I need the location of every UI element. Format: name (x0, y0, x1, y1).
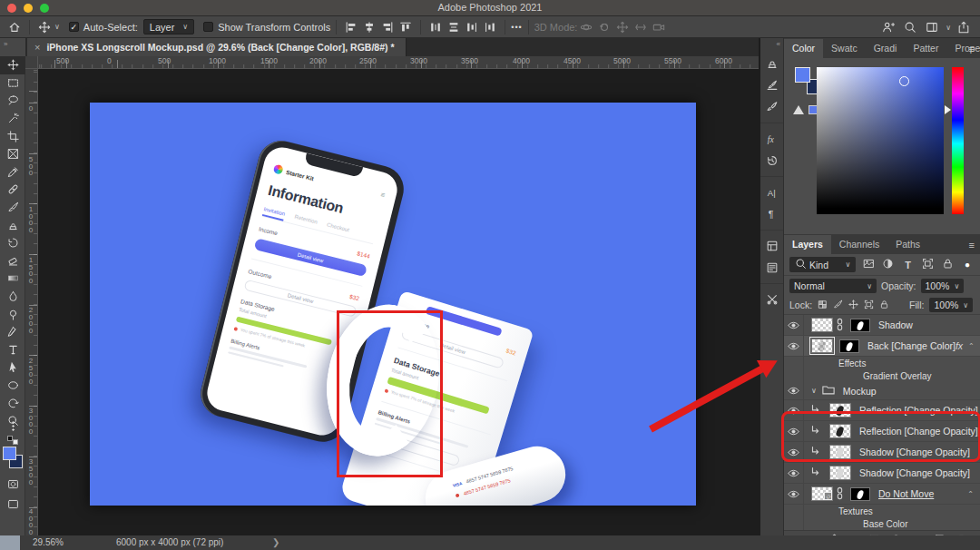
chevron-down-icon[interactable]: ∨ (54, 23, 60, 31)
align-top-icon[interactable] (397, 19, 415, 35)
marquee-tool[interactable] (0, 74, 25, 93)
lock-pixels-icon[interactable] (833, 300, 843, 311)
eyedropper-tool[interactable] (0, 163, 25, 182)
mask-link-icon[interactable] (836, 486, 844, 502)
frame-tool[interactable] (0, 145, 25, 163)
tab-layers[interactable]: Layers (784, 235, 831, 254)
gradient-tool[interactable] (0, 270, 25, 288)
tools-collapse-chevrons[interactable]: » (0, 38, 25, 56)
lasso-tool[interactable] (0, 92, 25, 110)
pen-tool[interactable] (0, 323, 25, 341)
effect-item-row[interactable]: Base Color (784, 517, 980, 530)
paragraph-panel-icon[interactable]: ¶ (760, 203, 784, 225)
lock-transparency-icon[interactable] (818, 300, 828, 311)
layer-row[interactable]: Shadow (784, 315, 980, 336)
layer-group-row[interactable]: ∨ Mockup (784, 382, 980, 400)
distribute-left-icon[interactable] (463, 19, 481, 35)
align-right-icon[interactable] (378, 19, 397, 35)
expand-panels-icon[interactable]: « (777, 40, 779, 48)
tab-color[interactable]: Color (784, 39, 823, 58)
auto-select-checkbox[interactable]: ✓ (69, 22, 79, 32)
canvas[interactable]: Starter Kit ≡ Information Invitation Ret… (90, 103, 696, 506)
layer-name[interactable]: Shadow (878, 319, 913, 330)
history-brush-tool[interactable] (0, 234, 25, 252)
hue-slider-arrow[interactable] (945, 105, 951, 114)
show-transform-checkbox[interactable] (203, 22, 213, 32)
styles-panel-icon[interactable]: fx (760, 128, 784, 150)
layer-mask-thumbnail[interactable] (850, 319, 870, 332)
screen-mode-icon[interactable] (0, 496, 25, 514)
fill-dropdown[interactable]: 100% ∨ (929, 298, 973, 312)
visibility-eye-icon[interactable] (784, 382, 804, 399)
layer-filter-dropdown[interactable]: Kind ∨ (789, 257, 856, 272)
character-panel-icon[interactable]: A| (760, 182, 784, 203)
layer-name[interactable]: Shadow [Change Opacity] (859, 467, 970, 478)
tab-properties[interactable]: Prope (946, 39, 980, 58)
tool-presets-panel-icon[interactable] (760, 289, 784, 310)
layer-thumbnail[interactable] (811, 339, 833, 353)
chevron-down-icon[interactable]: ∨ (811, 387, 817, 395)
notes-panel-icon[interactable] (760, 257, 784, 279)
tab-swatches[interactable]: Swatc (823, 39, 866, 58)
lock-artboard-icon[interactable] (864, 300, 874, 311)
visibility-eye-icon[interactable] (784, 315, 804, 335)
blend-mode-dropdown[interactable]: Normal ∨ (789, 279, 877, 293)
tab-gradients[interactable]: Gradi (866, 39, 906, 58)
filter-shape-icon[interactable] (921, 258, 936, 271)
layer-mask-thumbnail[interactable] (839, 339, 859, 353)
toolbar-more-icon[interactable] (0, 417, 25, 436)
chevron-down-icon[interactable]: ∨ (946, 24, 951, 32)
layer-thumbnail[interactable] (811, 318, 833, 332)
layer-row[interactable]: ◇Do Not Move⌃ (784, 484, 980, 505)
collapse-effects-icon[interactable]: ⌃ (968, 342, 975, 350)
hue-slider[interactable] (952, 67, 964, 214)
layer-mask-thumbnail[interactable] (850, 487, 870, 501)
distribute-right-icon[interactable] (481, 19, 499, 35)
clone-stamp-tool[interactable] (0, 216, 25, 234)
lock-position-icon[interactable] (848, 300, 858, 311)
tab-channels[interactable]: Channels (831, 235, 887, 254)
rotate-view-tool[interactable] (0, 394, 25, 412)
filter-smart-object-icon[interactable] (940, 258, 955, 271)
collapse-effects-icon[interactable]: ⌃ (967, 490, 974, 498)
tab-paths[interactable]: Paths (887, 235, 928, 254)
move-tool-icon[interactable] (35, 19, 54, 35)
clone-source-panel-icon[interactable] (760, 53, 784, 74)
ruler-origin[interactable] (25, 56, 38, 69)
filter-image-icon[interactable] (861, 258, 876, 271)
filter-type-icon[interactable]: T (901, 260, 916, 270)
color-picker-marker[interactable] (899, 76, 909, 86)
mask-link-icon[interactable] (836, 318, 844, 333)
history-panel-icon[interactable] (760, 150, 784, 172)
blur-tool[interactable] (0, 288, 25, 306)
brush-settings-panel-icon[interactable] (760, 74, 784, 96)
type-tool[interactable] (0, 341, 25, 359)
quick-mask-icon[interactable] (0, 476, 25, 494)
filter-adjustment-icon[interactable] (881, 258, 896, 271)
gamut-warning-icon[interactable] (793, 105, 804, 114)
distribute-vertical-icon[interactable] (426, 19, 445, 35)
share-icon[interactable] (955, 19, 973, 35)
status-zoom-level[interactable]: 29.56% (33, 537, 64, 547)
group-name[interactable]: Mockup (843, 386, 877, 397)
layer-thumbnail[interactable]: ◇ (811, 486, 833, 501)
saturation-brightness-field[interactable] (817, 67, 944, 214)
effect-item-row[interactable]: Gradient Overlay (784, 369, 980, 382)
layer-name[interactable]: Back [Change Color] (867, 340, 956, 351)
crop-tool[interactable] (0, 127, 25, 145)
align-center-horizontal-icon[interactable] (360, 19, 378, 35)
share-user-icon[interactable] (879, 19, 897, 35)
healing-brush-tool[interactable] (0, 181, 25, 199)
visibility-eye-icon[interactable] (784, 336, 804, 356)
layer-row[interactable]: Back [Change Color]fx⌃ (784, 336, 980, 357)
foreground-color-swatch[interactable] (795, 67, 810, 83)
align-left-icon[interactable] (342, 19, 360, 35)
workspace-switcher-icon[interactable] (923, 19, 941, 35)
panel-menu-icon[interactable]: ≡ (969, 240, 975, 250)
foreground-color-swatch[interactable] (3, 447, 16, 460)
visibility-eye-icon[interactable] (784, 484, 804, 504)
ellipse-tool[interactable] (0, 377, 25, 395)
effects-row[interactable]: Effects (784, 357, 980, 369)
layer-name[interactable]: Do Not Move (878, 488, 934, 499)
distribute-horizontal-icon[interactable] (445, 19, 463, 35)
